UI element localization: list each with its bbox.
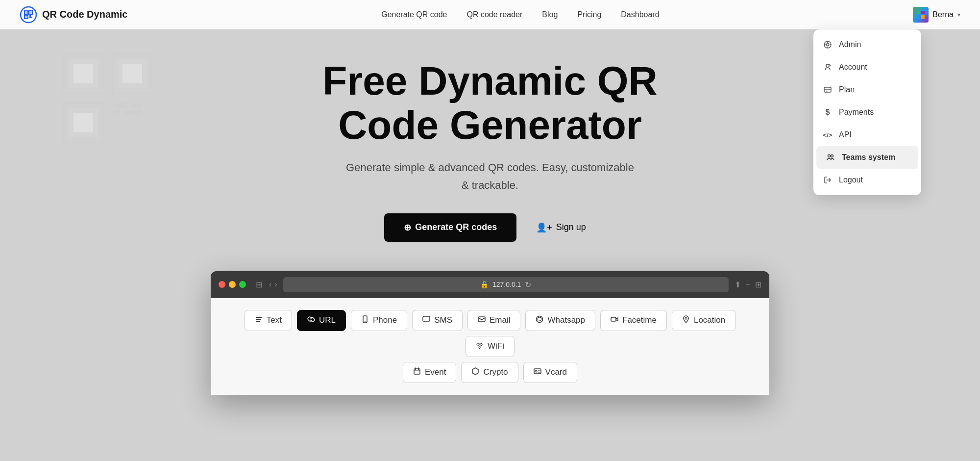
forward-icon[interactable]: ›: [274, 280, 277, 289]
logo-icon: [20, 6, 37, 24]
svg-rect-23: [74, 64, 93, 83]
facetime-icon: [611, 315, 618, 326]
dropdown-account-label: Account: [839, 63, 867, 72]
svg-rect-26: [122, 64, 142, 83]
tab-phone-label: Phone: [373, 315, 397, 325]
dropdown-admin-label: Admin: [839, 40, 861, 49]
whatsapp-icon: [536, 315, 543, 326]
sidebar-toggle-icon[interactable]: ⊞: [256, 280, 262, 289]
dropdown-logout-label: Logout: [839, 176, 863, 184]
tab-wifi-label: WiFi: [488, 341, 504, 351]
decorative-qr-left: [59, 49, 157, 147]
tab-location-label: Location: [694, 315, 725, 325]
tab-vcard-label: Vcard: [545, 367, 567, 377]
svg-marker-49: [472, 368, 478, 375]
dropdown-payments-label: Payments: [839, 108, 874, 117]
hero-buttons: ⊕ Generate QR codes 👤+ Sign up: [384, 213, 596, 242]
svg-point-9: [827, 44, 829, 46]
sms-icon: [422, 315, 430, 326]
dropdown-item-plan[interactable]: Plan: [813, 78, 921, 101]
close-button-red[interactable]: [219, 281, 225, 288]
vcard-icon: [534, 367, 541, 378]
crypto-icon: [471, 367, 479, 378]
svg-point-44: [479, 348, 480, 349]
qr-tab-event[interactable]: Event: [403, 362, 456, 383]
qr-tab-phone[interactable]: Phone: [351, 310, 407, 331]
main-nav: Generate QR code QR code reader Blog Pri…: [381, 10, 659, 19]
browser-chrome: ⊞ ‹ › 🔒 127.0.0.1 ↻ ⬆ + ⊞: [211, 271, 769, 298]
header: QR Code Dynamic Generate QR code QR code…: [0, 0, 980, 29]
svg-rect-2: [31, 17, 32, 18]
grid-icon[interactable]: ⊞: [755, 280, 761, 289]
qr-tab-location[interactable]: Location: [672, 310, 735, 331]
logo-text: QR Code Dynamic: [42, 9, 127, 20]
api-icon: </>: [823, 130, 832, 139]
dropdown-item-api[interactable]: </> API: [813, 124, 921, 146]
svg-point-41: [537, 316, 543, 322]
qr-tab-text[interactable]: Text: [245, 310, 292, 331]
svg-point-38: [365, 321, 366, 322]
nav-reader[interactable]: QR code reader: [467, 10, 523, 19]
back-icon[interactable]: ‹: [269, 280, 271, 289]
dropdown-item-payments[interactable]: $ Payments: [813, 101, 921, 124]
svg-rect-29: [74, 113, 93, 132]
nav-dashboard[interactable]: Dashboard: [621, 10, 659, 19]
qr-tab-sms[interactable]: SMS: [412, 310, 463, 331]
email-icon: [478, 315, 486, 326]
minimize-button-yellow[interactable]: [229, 281, 236, 288]
new-tab-icon[interactable]: +: [746, 280, 750, 289]
svg-rect-7: [921, 15, 925, 19]
tab-whatsapp-label: Whatsapp: [547, 315, 585, 325]
phone-icon: [361, 315, 369, 326]
dropdown-item-admin[interactable]: Admin: [813, 33, 921, 56]
browser-nav-controls: ⊞ ‹ ›: [256, 280, 277, 289]
generate-qr-label: Generate QR codes: [415, 222, 497, 232]
svg-rect-17: [826, 91, 828, 92]
address-text: 127.0.0.1: [492, 281, 521, 288]
reload-icon[interactable]: ↻: [525, 280, 531, 289]
signup-icon: 👤+: [536, 222, 552, 233]
nav-generate[interactable]: Generate QR code: [381, 10, 447, 19]
generate-qr-button[interactable]: ⊕ Generate QR codes: [384, 213, 516, 242]
location-icon: [682, 315, 690, 326]
dropdown-plan-label: Plan: [839, 85, 855, 94]
signup-label: Sign up: [556, 222, 586, 232]
event-icon: [413, 367, 421, 378]
dropdown-item-logout[interactable]: Logout: [813, 169, 921, 191]
qr-tab-email[interactable]: Email: [467, 310, 521, 331]
address-bar[interactable]: 🔒 127.0.0.1 ↻: [283, 277, 729, 292]
svg-rect-35: [256, 319, 261, 320]
chevron-down-icon: ▾: [957, 11, 960, 18]
dropdown-item-account[interactable]: Account: [813, 56, 921, 78]
payments-icon: $: [823, 108, 832, 117]
tab-facetime-label: Facetime: [622, 315, 657, 325]
qr-tab-wifi[interactable]: WiFi: [466, 336, 514, 357]
svg-point-51: [535, 370, 537, 372]
maximize-button-green[interactable]: [239, 281, 246, 288]
svg-rect-40: [478, 317, 485, 322]
qr-tab-facetime[interactable]: Facetime: [600, 310, 667, 331]
nav-pricing[interactable]: Pricing: [577, 10, 601, 19]
qr-tab-vcard[interactable]: Vcard: [523, 362, 577, 383]
user-menu-trigger[interactable]: Berna ▾: [913, 7, 960, 23]
hero-subtitle: Generate simple & advanced QR codes. Eas…: [343, 159, 637, 193]
admin-icon: [823, 40, 832, 49]
svg-rect-3: [29, 17, 31, 18]
nav-blog[interactable]: Blog: [542, 10, 558, 19]
signup-button[interactable]: 👤+ Sign up: [526, 213, 596, 242]
hero-title: Free Dynamic QR Code Generator: [299, 59, 681, 147]
share-icon[interactable]: ⬆: [735, 280, 741, 289]
tab-crypto-label: Crypto: [483, 367, 508, 377]
qr-tab-url[interactable]: URL: [297, 310, 346, 331]
browser-action-icons: ⬆ + ⊞: [735, 280, 761, 289]
qr-tab-crypto[interactable]: Crypto: [461, 362, 518, 383]
dropdown-item-teams[interactable]: Teams system: [816, 146, 918, 169]
browser-body: TextURLPhoneSMSEmailWhatsappFacetimeLoca…: [211, 298, 769, 395]
teams-icon: [826, 153, 835, 162]
logo[interactable]: QR Code Dynamic: [20, 6, 127, 24]
qr-tab-whatsapp[interactable]: Whatsapp: [525, 310, 595, 331]
svg-rect-36: [256, 321, 260, 322]
logout-icon: [823, 176, 832, 184]
url-icon: [307, 315, 315, 326]
svg-rect-5: [921, 11, 925, 14]
